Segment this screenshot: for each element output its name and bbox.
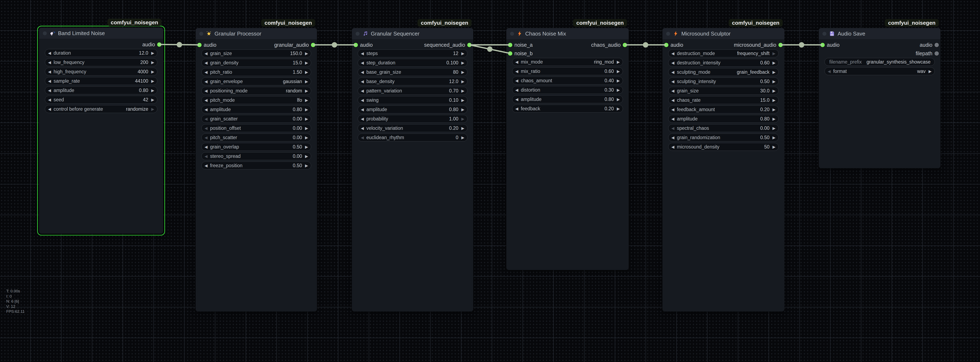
node-group-badge: comfyui_noisegen bbox=[107, 19, 162, 26]
stats-line: I: 0 bbox=[6, 294, 24, 299]
badges-layer: comfyui_noisegencomfyui_noisegencomfyui_… bbox=[0, 0, 980, 362]
canvas-stats: T: 0.00sI: 0N: 6 [6]V: 12FPS:62.11 bbox=[6, 289, 24, 314]
stats-line: FPS:62.11 bbox=[6, 309, 24, 314]
stats-line: N: 6 [6] bbox=[6, 299, 24, 304]
node-group-badge: comfyui_noisegen bbox=[729, 19, 783, 27]
node-group-badge: comfyui_noisegen bbox=[418, 19, 472, 27]
node-graph-canvas[interactable]: Band Limited Noiseaudio◀duration12.0▶◀lo… bbox=[0, 0, 980, 362]
node-group-badge: comfyui_noisegen bbox=[573, 19, 627, 27]
node-group-badge: comfyui_noisegen bbox=[261, 19, 315, 27]
stats-line: V: 12 bbox=[6, 304, 24, 309]
node-group-badge: comfyui_noisegen bbox=[885, 19, 939, 27]
stats-line: T: 0.00s bbox=[6, 289, 24, 294]
